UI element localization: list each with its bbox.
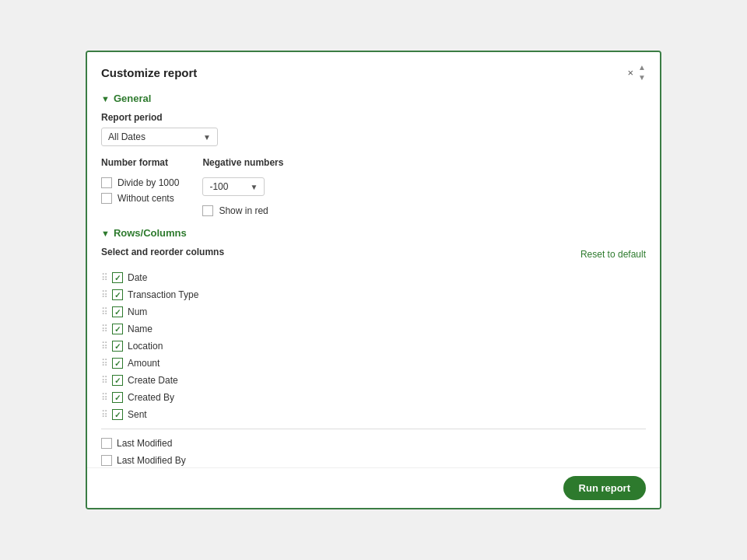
without-cents-row: Without cents: [101, 193, 179, 204]
checkbox-date[interactable]: [112, 272, 123, 283]
column-item-date: ⠿ Date: [101, 270, 646, 285]
checkbox-sent[interactable]: [112, 409, 123, 420]
checkbox-created-by[interactable]: [112, 392, 123, 403]
column-label-amount: Amount: [128, 358, 160, 369]
panel-footer: Run report: [87, 467, 660, 508]
rows-columns-title: Rows/Columns: [114, 227, 187, 239]
column-label-created-by: Created By: [128, 392, 174, 403]
show-in-red-label: Show in red: [219, 205, 268, 216]
drag-handle-num[interactable]: ⠿: [101, 306, 107, 317]
column-item-transaction-type: ⠿ Transaction Type: [101, 287, 646, 303]
panel-title: Customize report: [101, 66, 197, 79]
scroll-arrows: ▲ ▼: [638, 63, 646, 82]
select-reorder-header: Select and reorder columns Reset to defa…: [101, 247, 646, 262]
divide-by-1000-label: Divide by 1000: [117, 177, 179, 188]
drag-handle-create-date[interactable]: ⠿: [101, 375, 107, 386]
without-cents-label: Without cents: [117, 193, 174, 204]
drag-handle-amount[interactable]: ⠿: [101, 358, 107, 369]
report-period-value: All Dates: [108, 131, 146, 142]
negative-numbers-label: Negative numbers: [202, 157, 283, 168]
number-format-label: Number format: [101, 157, 179, 168]
general-section-header: ▼ General: [101, 93, 646, 104]
column-item-amount: ⠿ Amount: [101, 355, 646, 371]
column-label-location: Location: [128, 341, 163, 352]
number-format-negative-row: Number format Divide by 1000 Without cen…: [101, 157, 646, 216]
column-label-create-date: Create Date: [128, 375, 178, 386]
rows-columns-section: ▼ Rows/Columns Select and reorder column…: [101, 227, 646, 467]
select-reorder-label: Select and reorder columns: [101, 247, 224, 257]
negative-numbers-arrow-icon: ▼: [250, 183, 258, 191]
panel-controls: × ▲ ▼: [628, 63, 647, 82]
column-item-sent: ⠿ Sent: [101, 407, 646, 422]
column-item-num: ⠿ Num: [101, 304, 646, 320]
panel-body: ▼ General Report period All Dates ▼ Numb…: [87, 89, 660, 467]
number-format-block: Number format Divide by 1000 Without cen…: [101, 157, 179, 216]
rows-columns-section-header: ▼ Rows/Columns: [101, 227, 646, 239]
show-in-red-row: Show in red: [202, 205, 283, 216]
column-label-sent: Sent: [128, 409, 147, 420]
checkbox-location[interactable]: [112, 341, 123, 352]
report-period-label: Report period: [101, 112, 646, 123]
negative-numbers-select[interactable]: -100 ▼: [202, 177, 265, 196]
divide-by-1000-row: Divide by 1000: [101, 177, 179, 188]
column-item-last-modified: Last Modified: [101, 436, 646, 451]
report-period-arrow-icon: ▼: [203, 133, 211, 142]
column-item-name: ⠿ Name: [101, 321, 646, 337]
customize-report-panel: Customize report × ▲ ▼ ▼ General Report …: [86, 51, 661, 509]
drag-handle-date[interactable]: ⠿: [101, 272, 107, 283]
negative-numbers-value: -100: [209, 181, 228, 192]
show-in-red-checkbox[interactable]: [202, 205, 213, 216]
column-label-transaction-type: Transaction Type: [128, 289, 198, 300]
checkbox-num[interactable]: [112, 306, 123, 317]
column-label-date: Date: [128, 272, 147, 283]
without-cents-checkbox[interactable]: [101, 193, 112, 204]
report-period-select[interactable]: All Dates ▼: [101, 128, 218, 146]
checked-columns-list: ⠿ Date ⠿ Transaction Type ⠿ Num: [101, 270, 646, 422]
column-label-num: Num: [128, 306, 147, 317]
column-item-last-modified-by: Last Modified By: [101, 453, 646, 467]
unchecked-columns-list: Last Modified Last Modified By Memo/Desc…: [101, 436, 646, 467]
divide-by-1000-checkbox[interactable]: [101, 177, 112, 188]
checkbox-last-modified[interactable]: [101, 438, 112, 449]
general-section-arrow[interactable]: ▼: [101, 94, 110, 103]
checkbox-last-modified-by[interactable]: [101, 455, 112, 466]
general-section-title: General: [114, 93, 151, 104]
drag-handle-name[interactable]: ⠿: [101, 324, 107, 334]
column-label-last-modified-by: Last Modified By: [117, 455, 186, 466]
run-report-button[interactable]: Run report: [563, 476, 646, 500]
column-item-location: ⠿ Location: [101, 338, 646, 354]
negative-numbers-block: Negative numbers -100 ▼ Show in red: [202, 157, 283, 216]
column-label-name: Name: [128, 324, 153, 334]
checkbox-create-date[interactable]: [112, 375, 123, 386]
scroll-up-arrow[interactable]: ▲: [638, 63, 646, 72]
drag-handle-location[interactable]: ⠿: [101, 341, 107, 352]
columns-divider: [101, 429, 646, 429]
column-item-create-date: ⠿ Create Date: [101, 373, 646, 388]
column-item-created-by: ⠿ Created By: [101, 390, 646, 405]
drag-handle-created-by[interactable]: ⠿: [101, 392, 107, 403]
scroll-down-arrow[interactable]: ▼: [638, 73, 646, 82]
checkbox-name[interactable]: [112, 324, 123, 334]
panel-header: Customize report × ▲ ▼: [87, 52, 660, 89]
close-icon[interactable]: ×: [628, 67, 634, 79]
drag-handle-sent[interactable]: ⠿: [101, 409, 107, 420]
checkbox-amount[interactable]: [112, 358, 123, 369]
column-label-last-modified: Last Modified: [117, 438, 172, 449]
rows-columns-arrow[interactable]: ▼: [101, 229, 110, 238]
reset-to-default-link[interactable]: Reset to default: [580, 249, 646, 260]
checkbox-transaction-type[interactable]: [112, 289, 123, 300]
drag-handle-transaction-type[interactable]: ⠿: [101, 289, 107, 300]
